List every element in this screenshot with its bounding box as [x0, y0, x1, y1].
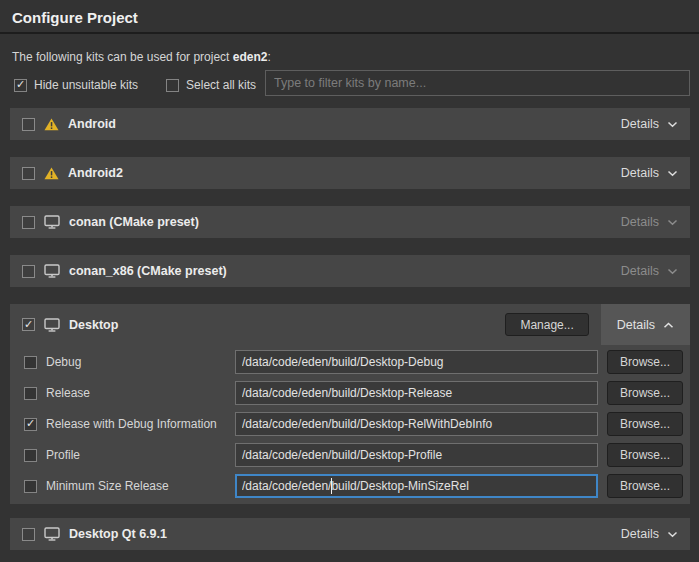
text-caret: [331, 478, 332, 494]
build-dir-input-profile[interactable]: [235, 443, 598, 467]
build-config-label: Debug: [46, 355, 81, 369]
browse-button[interactable]: Browse...: [607, 443, 683, 467]
chevron-down-icon: [667, 121, 678, 128]
desktop-icon: [44, 215, 60, 229]
details-label: Details: [617, 318, 655, 332]
kit-details-toggle[interactable]: Details: [609, 108, 690, 140]
kit-details-toggle[interactable]: Details: [609, 518, 690, 550]
kit-checkbox[interactable]: [22, 265, 35, 278]
build-config-row-minsizerel: Minimum Size Release Browse...: [10, 474, 690, 498]
build-config-label: Minimum Size Release: [46, 479, 169, 493]
kit-name: conan (CMake preset): [69, 215, 199, 229]
details-label: Details: [621, 215, 659, 229]
details-label: Details: [621, 117, 659, 131]
details-label: Details: [621, 264, 659, 278]
kit-row-desktop-qt: Desktop Qt 6.9.1 Details: [10, 518, 690, 550]
browse-button[interactable]: Browse...: [607, 381, 683, 405]
hide-unsuitable-kits-checkbox-group[interactable]: Hide unsuitable kits: [14, 78, 138, 92]
kit-name: Desktop Qt 6.9.1: [69, 527, 167, 541]
browse-button[interactable]: Browse...: [607, 474, 683, 498]
kit-filter-input[interactable]: [265, 70, 690, 96]
build-config-label: Profile: [46, 448, 80, 462]
browse-button[interactable]: Browse...: [607, 412, 683, 436]
build-dir-input-release[interactable]: [235, 381, 598, 405]
kit-row-android: Android Details: [10, 108, 690, 140]
build-config-row-debug: Debug Browse...: [10, 350, 690, 374]
hide-unsuitable-kits-label: Hide unsuitable kits: [34, 78, 138, 92]
kit-details-toggle[interactable]: Details: [609, 157, 690, 189]
build-config-label: Release with Debug Information: [46, 417, 217, 431]
kit-details-toggle[interactable]: Details: [609, 255, 690, 287]
build-dir-input-relwithdebinfo[interactable]: [235, 412, 598, 436]
select-all-kits-checkbox[interactable]: [166, 79, 179, 92]
desktop-icon: [44, 264, 60, 278]
build-config-row-release: Release Browse...: [10, 381, 690, 405]
intro-before: The following kits can be used for proje…: [12, 50, 233, 64]
kit-name: Desktop: [69, 318, 118, 332]
kit-checkbox[interactable]: [22, 118, 35, 131]
kit-details-toggle[interactable]: Details: [601, 304, 690, 345]
build-dir-input-debug[interactable]: [235, 350, 598, 374]
select-all-kits-checkbox-group[interactable]: Select all kits: [166, 78, 256, 92]
kit-row-conan-x86: conan_x86 (CMake preset) Details: [10, 255, 690, 287]
desktop-icon: [44, 527, 60, 541]
kit-filter-toolbar: Hide unsuitable kits Select all kits: [14, 72, 274, 98]
build-config-checkbox[interactable]: [24, 480, 37, 493]
kit-checkbox[interactable]: [22, 216, 35, 229]
title-separator: [0, 32, 699, 34]
kit-checkbox[interactable]: [22, 318, 35, 331]
chevron-up-icon: [663, 318, 674, 332]
chevron-down-icon: [667, 170, 678, 177]
kit-name: Android: [68, 117, 116, 131]
build-config-row-profile: Profile Browse...: [10, 443, 690, 467]
kit-checkbox[interactable]: [22, 167, 35, 180]
intro-text: The following kits can be used for proje…: [12, 50, 271, 64]
kit-checkbox[interactable]: [22, 528, 35, 541]
warning-icon: [44, 167, 59, 180]
details-label: Details: [621, 527, 659, 541]
build-config-checkbox[interactable]: [24, 387, 37, 400]
build-config-row-relwithdebinfo: Release with Debug Information Browse...: [10, 412, 690, 436]
page-title: Configure Project: [12, 9, 138, 26]
build-config-checkbox[interactable]: [24, 356, 37, 369]
intro-after: :: [267, 50, 270, 64]
chevron-down-icon: [667, 219, 678, 226]
select-all-kits-label: Select all kits: [186, 78, 256, 92]
kit-name: conan_x86 (CMake preset): [69, 264, 227, 278]
browse-button[interactable]: Browse...: [607, 350, 683, 374]
build-config-checkbox[interactable]: [24, 418, 37, 431]
details-label: Details: [621, 166, 659, 180]
kit-name: Android2: [68, 166, 123, 180]
kit-row-conan: conan (CMake preset) Details: [10, 206, 690, 238]
kit-row-desktop: Desktop Manage... Details Debug Browse..…: [10, 304, 690, 504]
project-name: eden2: [233, 50, 268, 64]
manage-kits-button[interactable]: Manage...: [505, 313, 588, 336]
kit-details-toggle[interactable]: Details: [609, 206, 690, 238]
build-config-label: Release: [46, 386, 90, 400]
desktop-icon: [44, 318, 60, 332]
build-config-checkbox[interactable]: [24, 449, 37, 462]
warning-icon: [44, 118, 59, 131]
kit-row-android2: Android2 Details: [10, 157, 690, 189]
chevron-down-icon: [667, 531, 678, 538]
chevron-down-icon: [667, 268, 678, 275]
build-dir-input-minsizerel[interactable]: [235, 474, 598, 498]
hide-unsuitable-kits-checkbox[interactable]: [14, 79, 27, 92]
